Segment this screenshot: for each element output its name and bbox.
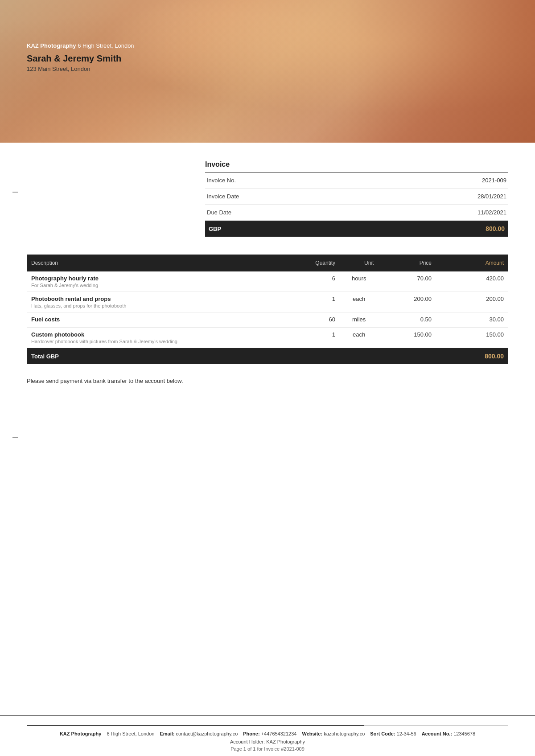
item-name: Photobooth rental and props bbox=[31, 296, 287, 302]
item-name: Photography hourly rate bbox=[31, 275, 287, 282]
item-quantity: 1 bbox=[292, 292, 340, 312]
header-person-silhouette bbox=[160, 0, 535, 143]
item-desc: For Sarah & Jeremy's wedding bbox=[31, 283, 287, 288]
invoice-currency-label: GBP bbox=[205, 221, 448, 237]
footer-accountno: 12345678 bbox=[453, 731, 475, 736]
item-price: 150.00 bbox=[378, 328, 436, 348]
items-table: Description Quantity Unit Price Amount P… bbox=[27, 255, 508, 364]
invoice-field-label: Invoice No. bbox=[205, 173, 448, 189]
footer-website-label: Website: bbox=[302, 731, 322, 736]
item-amount: 150.00 bbox=[436, 328, 508, 348]
item-unit: each bbox=[340, 328, 378, 348]
item-unit: each bbox=[340, 292, 378, 312]
client-address: 123 Main Street, London bbox=[27, 66, 134, 72]
item-amount: 30.00 bbox=[436, 312, 508, 328]
table-row: Custom photobook Hardcover photobook wit… bbox=[27, 328, 508, 348]
invoice-field-value: 2021-009 bbox=[448, 173, 508, 189]
main-content: Invoice Invoice No. 2021-009 Invoice Dat… bbox=[0, 160, 535, 384]
item-name: Custom photobook bbox=[31, 331, 287, 338]
items-total-value: 800.00 bbox=[436, 348, 508, 365]
footer-email-section: Email: contact@kazphotography.co bbox=[160, 731, 238, 736]
invoice-details-table: Invoice No. 2021-009 Invoice Date 28/01/… bbox=[205, 173, 508, 237]
client-name: Sarah & Jeremy Smith bbox=[27, 53, 134, 64]
item-quantity: 6 bbox=[292, 271, 340, 292]
invoice-currency-total: 800.00 bbox=[448, 221, 508, 237]
footer-phone-label: Phone: bbox=[243, 731, 259, 736]
footer-phone-section: Phone: +447654321234 bbox=[243, 731, 296, 736]
table-row: Photography hourly rate For Sarah & Jere… bbox=[27, 271, 508, 292]
header-image: KAZ Photography 6 High Street, London Sa… bbox=[0, 0, 535, 143]
footer-accountno-label: Account No.: bbox=[422, 731, 452, 736]
invoice-field-label: Due Date bbox=[205, 205, 448, 221]
footer-info: KAZ Photography 6 High Street, London Em… bbox=[27, 731, 508, 736]
footer-company-name: KAZ Photography bbox=[60, 731, 102, 736]
footer-accholder-label: Account Holder: bbox=[230, 739, 265, 744]
invoice-field-value: 11/02/2021 bbox=[448, 205, 508, 221]
item-price: 70.00 bbox=[378, 271, 436, 292]
items-total-row: Total GBP 800.00 bbox=[27, 348, 508, 365]
footer-email: contact@kazphotography.co bbox=[176, 731, 238, 736]
item-quantity: 60 bbox=[292, 312, 340, 328]
items-body: Photography hourly rate For Sarah & Jere… bbox=[27, 271, 508, 348]
item-price: 0.50 bbox=[378, 312, 436, 328]
invoice-field-value: 28/01/2021 bbox=[448, 189, 508, 205]
footer-sortcode-label: Sort Code: bbox=[370, 731, 395, 736]
item-amount: 420.00 bbox=[436, 271, 508, 292]
header-company: KAZ Photography 6 High Street, London bbox=[27, 42, 134, 49]
col-description: Description bbox=[27, 255, 292, 271]
margin-line-bottom bbox=[12, 437, 18, 438]
item-price: 200.00 bbox=[378, 292, 436, 312]
items-footer: Total GBP 800.00 bbox=[27, 348, 508, 365]
footer-sortcode: 12-34-56 bbox=[397, 731, 416, 736]
item-desc: Hardcover photobook with pictures from S… bbox=[31, 339, 287, 344]
item-amount: 200.00 bbox=[436, 292, 508, 312]
invoice-total-row: GBP 800.00 bbox=[205, 221, 508, 237]
item-description: Custom photobook Hardcover photobook wit… bbox=[27, 328, 292, 348]
company-name: KAZ Photography bbox=[27, 42, 76, 49]
footer-divider bbox=[27, 725, 508, 726]
footer-accholder: KAZ Photography bbox=[266, 739, 305, 744]
items-header-row: Description Quantity Unit Price Amount bbox=[27, 255, 508, 271]
items-table-header: Description Quantity Unit Price Amount bbox=[27, 255, 508, 271]
footer-address: 6 High Street, London bbox=[107, 731, 154, 736]
item-description: Photography hourly rate For Sarah & Jere… bbox=[27, 271, 292, 292]
item-unit: hours bbox=[340, 271, 378, 292]
item-quantity: 1 bbox=[292, 328, 340, 348]
item-name: Fuel costs bbox=[31, 316, 287, 323]
items-section: Description Quantity Unit Price Amount P… bbox=[27, 255, 508, 364]
invoice-field-label: Invoice Date bbox=[205, 189, 448, 205]
footer-accountno-section: Account No.: 12345678 bbox=[422, 731, 475, 736]
item-description: Fuel costs bbox=[27, 312, 292, 328]
footer-sortcode-section: Sort Code: 12-34-56 bbox=[370, 731, 416, 736]
footer-email-label: Email: bbox=[160, 731, 174, 736]
footer-website: kazphotography.co bbox=[324, 731, 365, 736]
item-unit: miles bbox=[340, 312, 378, 328]
footer-website-section: Website: kazphotography.co bbox=[302, 731, 365, 736]
table-row: Fuel costs 60 miles 0.50 30.00 bbox=[27, 312, 508, 328]
table-row: Photobooth rental and props Hats, glasse… bbox=[27, 292, 508, 312]
footer-phone: +447654321234 bbox=[261, 731, 297, 736]
company-address: 6 High Street, London bbox=[78, 42, 134, 49]
item-description: Photobooth rental and props Hats, glasse… bbox=[27, 292, 292, 312]
footer-account-holder: Account Holder: KAZ Photography bbox=[27, 739, 508, 744]
margin-line-top bbox=[12, 192, 18, 193]
invoice-field-row: Invoice No. 2021-009 bbox=[205, 173, 508, 189]
col-amount: Amount bbox=[436, 255, 508, 271]
items-total-label: Total GBP bbox=[27, 348, 436, 365]
invoice-title: Invoice bbox=[205, 160, 508, 173]
col-price: Price bbox=[378, 255, 436, 271]
item-desc: Hats, glasses, and props for the photobo… bbox=[31, 303, 287, 308]
header-info: KAZ Photography 6 High Street, London Sa… bbox=[27, 42, 134, 72]
invoice-section: Invoice Invoice No. 2021-009 Invoice Dat… bbox=[205, 160, 508, 237]
col-quantity: Quantity bbox=[292, 255, 340, 271]
col-unit: Unit bbox=[340, 255, 378, 271]
footer: KAZ Photography 6 High Street, London Em… bbox=[0, 715, 535, 756]
invoice-field-row: Due Date 11/02/2021 bbox=[205, 205, 508, 221]
invoice-field-row: Invoice Date 28/01/2021 bbox=[205, 189, 508, 205]
footer-page-info: Page 1 of 1 for Invoice #2021-009 bbox=[27, 746, 508, 752]
payment-note: Please send payment via bank transfer to… bbox=[27, 378, 508, 384]
